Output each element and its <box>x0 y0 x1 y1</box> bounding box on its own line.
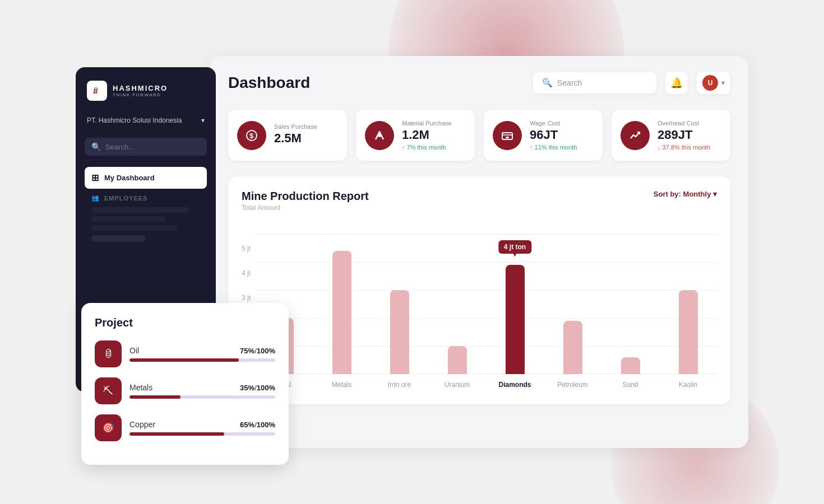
bar-tooltip-diamonds: 4 jt ton <box>498 240 531 254</box>
bar-iron-ore <box>390 290 409 374</box>
sales-value: 2.5M <box>274 131 338 146</box>
bar-label-diamonds: Diamonds <box>499 379 531 391</box>
sidebar-logo: # HASHMICRO THINK FORWARD <box>85 81 207 101</box>
material-change: ↑ 7% this month <box>402 144 466 151</box>
wage-icon <box>493 121 522 150</box>
bar-label-kaolin: Kaolin <box>679 379 697 391</box>
material-label: Material Purchase <box>402 120 466 127</box>
logo-tagline: THINK FORWARD <box>113 92 168 97</box>
overhead-value: 289JT <box>658 128 721 142</box>
company-selector[interactable]: PT. Hashmicro Solusi Indonesia ▾ <box>85 112 207 129</box>
bar-label-iron-ore: Iron ore <box>388 379 411 391</box>
bar-label-sand: Sand <box>623 379 638 391</box>
search-icon: 🔍 <box>542 78 553 88</box>
y-label-4: 4 jt <box>242 270 251 277</box>
oil-header: Oil 75%/100% <box>129 346 275 355</box>
bar-group-petroleum: Petroleum <box>544 234 601 391</box>
copper-pct: 65%/100% <box>240 421 275 429</box>
sort-by-selector[interactable]: Sort by: Monthly ▾ <box>654 190 717 198</box>
search-input[interactable] <box>557 78 647 87</box>
stat-card-wage-cost: Wage Cost 96JT ↑ 11% this month <box>484 110 603 161</box>
project-item-metals: ⛏ Metals 35%/100% <box>95 377 275 404</box>
header-actions: 🔍 🔔 U ▾ <box>533 72 730 94</box>
sidebar-item-label: My Dashboard <box>104 174 155 182</box>
stat-card-sales-purchase: $ Sales Purchase 2.5M <box>228 110 347 161</box>
bar-group-kaolin: Kaolin <box>659 234 717 391</box>
wage-change: ↑ 11% this month <box>530 144 594 151</box>
bar-group-uranium: Uranium <box>428 234 486 391</box>
y-label-3: 3 jt <box>242 295 251 301</box>
bar-group-iron-ore: Iron ore <box>371 234 428 391</box>
svg-text:$: $ <box>249 132 254 140</box>
chart-title-area: Mine Production Report Total Amount <box>242 190 369 212</box>
employees-label: EMPLOYEES <box>104 195 147 202</box>
project-card: Project 🛢 Oil 75%/100% ⛏ Metals <box>81 303 289 465</box>
copper-label: Copper <box>129 420 155 429</box>
stats-row: $ Sales Purchase 2.5M Material <box>228 110 730 161</box>
copper-progress-fill <box>129 432 224 436</box>
metals-label: Metals <box>129 383 152 392</box>
project-item-oil: 🛢 Oil 75%/100% <box>95 340 275 367</box>
sidebar-item-my-dashboard[interactable]: ⊞ My Dashboard <box>85 167 207 189</box>
stat-card-overhead-cost: Overhead Cost 289JT ↓ 37.8% this month <box>612 110 730 161</box>
nav-placeholder-2 <box>91 216 165 222</box>
nav-placeholder-4 <box>91 235 146 242</box>
bar-chart: 5 jt 4 jt 3 jt 2 jt 1 jt 00 <box>242 223 717 391</box>
bar-group-diamonds: 4 jt ton Diamonds <box>486 234 544 391</box>
dashboard-header: Dashboard 🔍 🔔 U ▾ <box>228 72 730 94</box>
oil-icon: 🛢 <box>95 340 122 367</box>
oil-label: Oil <box>129 346 139 355</box>
user-menu-button[interactable]: U ▾ <box>697 72 730 94</box>
page-title: Dashboard <box>228 74 310 92</box>
y-label-5: 5 jt <box>242 245 251 252</box>
employees-section: 👥 EMPLOYEES <box>85 190 207 204</box>
sidebar-search-bar[interactable]: 🔍 <box>85 138 207 156</box>
logo-name: HASHMICRO <box>113 84 168 92</box>
project-info-copper: Copper 65%/100% <box>129 420 275 436</box>
chart-subtitle: Total Amount <box>242 204 369 212</box>
search-icon: 🔍 <box>91 142 101 151</box>
overhead-label: Overhead Cost <box>658 120 721 127</box>
bar-metals <box>332 251 351 374</box>
bar-label-metals: Metals <box>332 379 351 391</box>
bar-wrapper-uranium <box>428 234 486 374</box>
chart-title: Mine Production Report <box>242 190 369 203</box>
bar-diamonds: 4 jt ton <box>506 265 525 374</box>
overhead-info: Overhead Cost 289JT ↓ 37.8% this month <box>658 120 721 151</box>
company-name: PT. Hashmicro Solusi Indonesia <box>87 116 182 124</box>
search-bar[interactable]: 🔍 <box>533 72 656 94</box>
bar-wrapper-kaolin <box>659 234 717 374</box>
bar-wrapper-petroleum <box>544 234 601 374</box>
metals-pct: 35%/100% <box>240 384 275 392</box>
bar-petroleum <box>563 321 582 374</box>
metals-header: Metals 35%/100% <box>129 383 275 392</box>
project-info-metals: Metals 35%/100% <box>129 383 275 399</box>
chevron-down-icon: ▾ <box>721 79 725 87</box>
avatar: U <box>702 75 718 91</box>
nav-placeholder-1 <box>91 207 189 213</box>
sales-label: Sales Purchase <box>274 123 338 130</box>
bar-label-uranium: Uranium <box>445 379 470 391</box>
bar-group-metals: Metals <box>313 234 371 391</box>
svg-rect-5 <box>502 133 512 139</box>
employees-icon: 👥 <box>91 194 100 202</box>
wage-info: Wage Cost 96JT ↑ 11% this month <box>530 120 594 151</box>
material-icon <box>365 121 394 150</box>
dashboard-icon: ⊞ <box>91 172 99 183</box>
logo-text: HASHMICRO THINK FORWARD <box>113 84 168 97</box>
material-info: Material Purchase 1.2M ↑ 7% this month <box>402 120 466 151</box>
sidebar-search-input[interactable] <box>105 143 200 151</box>
bar-uranium <box>448 346 467 374</box>
main-scene: # HASHMICRO THINK FORWARD PT. Hashmicro … <box>76 56 748 448</box>
notification-button[interactable]: 🔔 <box>665 72 688 94</box>
overhead-change: ↓ 37.8% this month <box>658 144 721 151</box>
project-item-copper: 🎯 Copper 65%/100% <box>95 414 275 441</box>
bar-sand <box>621 357 640 374</box>
chart-section: Mine Production Report Total Amount Sort… <box>228 176 730 404</box>
bar-label-petroleum: Petroleum <box>557 379 588 391</box>
sort-value[interactable]: Monthly ▾ <box>683 190 717 198</box>
project-info-oil: Oil 75%/100% <box>129 346 275 362</box>
material-value: 1.2M <box>402 128 466 142</box>
svg-point-4 <box>378 134 381 137</box>
bar-wrapper-metals <box>313 234 371 374</box>
